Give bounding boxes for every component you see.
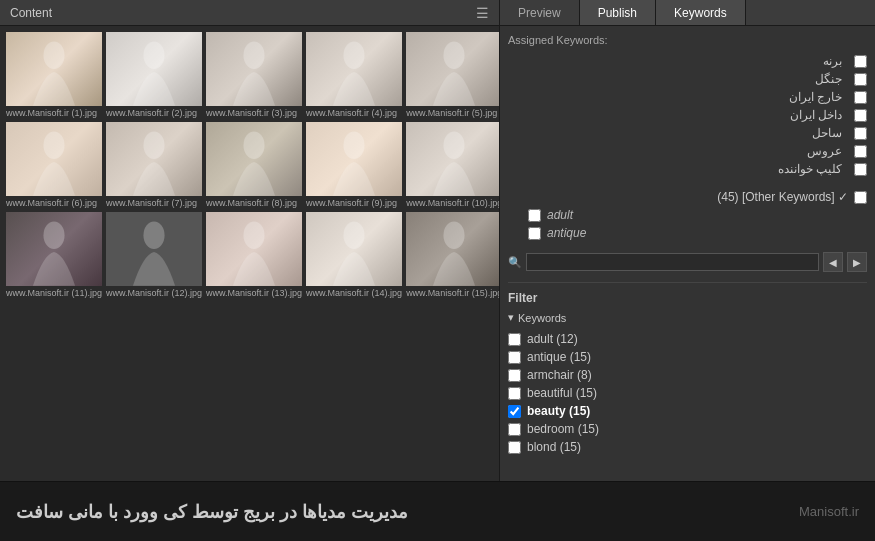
keyword-search-input[interactable] <box>526 253 819 271</box>
thumbnail-item[interactable]: www.Manisoft.ir (11).jpg <box>6 212 102 298</box>
thumbnail-label: www.Manisoft.ir (5).jpg <box>406 108 500 118</box>
keyword-label: عروس <box>807 144 842 158</box>
tab-publish[interactable]: Publish <box>580 0 656 25</box>
keyword-checkbox[interactable] <box>854 145 867 158</box>
thumbnail-label: www.Manisoft.ir (7).jpg <box>106 198 202 208</box>
svg-point-21 <box>43 221 64 248</box>
other-keywords-item: ✓ [Other Keywords] (45) <box>508 188 867 206</box>
thumbnail-item[interactable]: www.Manisoft.ir (7).jpg <box>106 122 202 208</box>
filter-keyword-label: armchair (8) <box>527 368 592 382</box>
thumbnail-image <box>406 212 500 286</box>
thumbnail-label: www.Manisoft.ir (15).jpg <box>406 288 500 298</box>
sub-keyword-checkbox[interactable] <box>528 227 541 240</box>
thumbnail-item[interactable]: www.Manisoft.ir (15).jpg <box>406 212 500 298</box>
content-panel: www.Manisoft.ir (1).jpg www.Manisoft.ir … <box>0 26 500 481</box>
filter-keyword-checkbox[interactable] <box>508 387 521 400</box>
keyword-checkbox[interactable] <box>854 73 867 86</box>
filter-keyword-item: antique (15) <box>508 348 867 366</box>
thumbnail-item[interactable]: www.Manisoft.ir (6).jpg <box>6 122 102 208</box>
assigned-keywords-list: برنهجنگلخارج ایرانداخل ایرانساحلعروسکلیپ… <box>508 52 867 178</box>
thumbnail-image <box>406 32 500 106</box>
assigned-keyword-item: برنه <box>508 52 867 70</box>
thumbnail-label: www.Manisoft.ir (6).jpg <box>6 198 102 208</box>
filter-keyword-label: adult (12) <box>527 332 578 346</box>
bottom-text: مدیریت مدیاها در بریج توسط کی وورد با ما… <box>16 501 408 523</box>
filter-keyword-checkbox[interactable] <box>508 441 521 454</box>
other-keyword-sub-item: antique <box>528 224 867 242</box>
thumbnail-item[interactable]: www.Manisoft.ir (1).jpg <box>6 32 102 118</box>
filter-keyword-item: blond (15) <box>508 438 867 456</box>
keyword-checkbox[interactable] <box>854 109 867 122</box>
thumbnail-label: www.Manisoft.ir (9).jpg <box>306 198 402 208</box>
filter-keyword-item: armchair (8) <box>508 366 867 384</box>
svg-point-25 <box>244 221 265 248</box>
filter-keyword-label: antique (15) <box>527 350 591 364</box>
thumbnail-item[interactable]: www.Manisoft.ir (10).jpg <box>406 122 500 208</box>
svg-point-13 <box>143 131 164 158</box>
thumbnail-item[interactable]: www.Manisoft.ir (5).jpg <box>406 32 500 118</box>
svg-point-23 <box>143 221 164 248</box>
chevron-down-icon: ▾ <box>508 311 514 324</box>
main-area: www.Manisoft.ir (1).jpg www.Manisoft.ir … <box>0 26 875 481</box>
thumbnail-label: www.Manisoft.ir (10).jpg <box>406 198 500 208</box>
prev-keyword-btn[interactable]: ◀ <box>823 252 843 272</box>
filter-keyword-label: beautiful (15) <box>527 386 597 400</box>
thumbnail-item[interactable]: www.Manisoft.ir (2).jpg <box>106 32 202 118</box>
thumbnail-item[interactable]: www.Manisoft.ir (8).jpg <box>206 122 302 208</box>
filter-keyword-checkbox[interactable] <box>508 405 521 418</box>
thumbnail-item[interactable]: www.Manisoft.ir (13).jpg <box>206 212 302 298</box>
thumbnail-item[interactable]: www.Manisoft.ir (9).jpg <box>306 122 402 208</box>
thumbnail-item[interactable]: www.Manisoft.ir (4).jpg <box>306 32 402 118</box>
thumbnail-image <box>206 122 302 196</box>
svg-point-3 <box>143 41 164 68</box>
thumbnail-label: www.Manisoft.ir (12).jpg <box>106 288 202 298</box>
thumbnail-item[interactable]: www.Manisoft.ir (12).jpg <box>106 212 202 298</box>
thumbnail-label: www.Manisoft.ir (1).jpg <box>6 108 102 118</box>
assigned-keyword-item: جنگل <box>508 70 867 88</box>
keyword-checkbox[interactable] <box>854 55 867 68</box>
keyword-label: ساحل <box>812 126 842 140</box>
keyword-label: خارج ایران <box>789 90 842 104</box>
filter-keyword-checkbox[interactable] <box>508 333 521 346</box>
filter-keyword-checkbox[interactable] <box>508 423 521 436</box>
other-keywords-sub-list: adultantique <box>508 206 867 242</box>
thumbnail-image <box>306 212 402 286</box>
filter-keyword-label: blond (15) <box>527 440 581 454</box>
thumbnail-item[interactable]: www.Manisoft.ir (14).jpg <box>306 212 402 298</box>
keyword-checkbox[interactable] <box>854 127 867 140</box>
top-tabs-bar: Content ☰ Preview Publish Keywords <box>0 0 875 26</box>
thumbnail-grid: www.Manisoft.ir (1).jpg www.Manisoft.ir … <box>6 32 493 298</box>
assigned-keywords-label: Assigned Keywords: <box>508 34 867 46</box>
keyword-checkbox[interactable] <box>854 163 867 176</box>
svg-point-11 <box>43 131 64 158</box>
next-keyword-btn[interactable]: ▶ <box>847 252 867 272</box>
other-keywords-checkbox[interactable] <box>854 191 867 204</box>
tab-preview[interactable]: Preview <box>500 0 580 25</box>
svg-point-19 <box>444 131 465 158</box>
filter-keyword-item: adult (12) <box>508 330 867 348</box>
filter-keyword-label: bedroom (15) <box>527 422 599 436</box>
bottom-watermark: Manisoft.ir <box>799 504 859 519</box>
search-icon: 🔍 <box>508 256 522 269</box>
keyword-label: داخل ایران <box>790 108 842 122</box>
keyword-search-bar: 🔍 ◀ ▶ <box>508 252 867 272</box>
keywords-sub-label: Keywords <box>518 312 566 324</box>
hamburger-icon[interactable]: ☰ <box>476 5 489 21</box>
assigned-keyword-item: کلیپ خواننده <box>508 160 867 178</box>
svg-point-5 <box>244 41 265 68</box>
thumbnail-label: www.Manisoft.ir (2).jpg <box>106 108 202 118</box>
filter-keyword-checkbox[interactable] <box>508 369 521 382</box>
keyword-checkbox[interactable] <box>854 91 867 104</box>
tab-keywords[interactable]: Keywords <box>656 0 746 25</box>
keywords-panel: Assigned Keywords: برنهجنگلخارج ایرانداخ… <box>500 26 875 481</box>
sub-keyword-checkbox[interactable] <box>528 209 541 222</box>
thumbnail-image <box>206 32 302 106</box>
thumbnail-label: www.Manisoft.ir (14).jpg <box>306 288 402 298</box>
other-keywords-label: ✓ [Other Keywords] (45) <box>717 190 848 204</box>
keywords-sub-header[interactable]: ▾ Keywords <box>508 311 867 324</box>
thumbnail-item[interactable]: www.Manisoft.ir (3).jpg <box>206 32 302 118</box>
bottom-bar: مدیریت مدیاها در بریج توسط کی وورد با ما… <box>0 481 875 541</box>
filter-keyword-checkbox[interactable] <box>508 351 521 364</box>
right-tabs-container: Preview Publish Keywords <box>500 0 875 25</box>
content-title: Content <box>10 6 52 20</box>
